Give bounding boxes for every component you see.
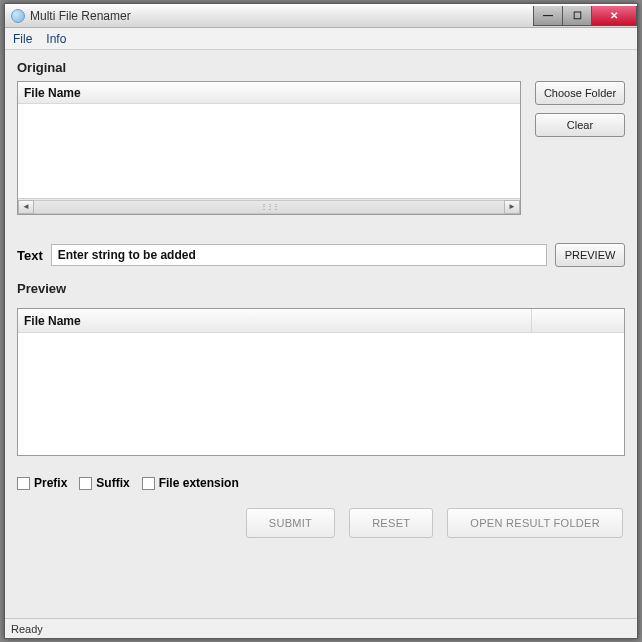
minimize-button[interactable]: — — [533, 6, 563, 26]
menu-file[interactable]: File — [13, 32, 32, 46]
menu-info[interactable]: Info — [46, 32, 66, 46]
submit-button[interactable]: SUBMIT — [246, 508, 335, 538]
original-row: File Name ◄ ⋮⋮⋮ ► Choose Folder Clear — [17, 81, 625, 215]
suffix-label: Suffix — [96, 476, 129, 490]
horizontal-scrollbar[interactable]: ◄ ⋮⋮⋮ ► — [18, 198, 520, 214]
app-window: Multi File Renamer — ☐ ✕ File Info Origi… — [4, 3, 638, 639]
preview-button-wrap: PREVIEW — [555, 243, 625, 267]
status-text: Ready — [11, 623, 43, 635]
preview-listbox[interactable]: File Name — [17, 308, 625, 456]
text-label: Text — [17, 248, 43, 263]
scroll-right-arrow-icon[interactable]: ► — [504, 200, 520, 214]
maximize-icon: ☐ — [573, 10, 582, 21]
suffix-checkbox[interactable] — [79, 477, 92, 490]
prefix-checkbox[interactable] — [17, 477, 30, 490]
app-icon — [11, 9, 25, 23]
original-side-buttons: Choose Folder Clear — [535, 81, 625, 137]
scroll-grip-icon: ⋮⋮⋮ — [260, 202, 278, 211]
preview-header: File Name — [18, 309, 624, 333]
preview-button[interactable]: PREVIEW — [555, 243, 625, 267]
window-controls: — ☐ ✕ — [534, 6, 637, 26]
preview-column-spacer — [532, 309, 624, 332]
original-column-header[interactable]: File Name — [18, 82, 520, 104]
original-label: Original — [17, 60, 66, 75]
close-icon: ✕ — [610, 10, 618, 21]
original-list-body — [18, 104, 520, 198]
scroll-track[interactable]: ⋮⋮⋮ — [34, 200, 504, 214]
menubar: File Info — [5, 28, 637, 50]
prefix-label: Prefix — [34, 476, 67, 490]
statusbar: Ready — [5, 618, 637, 638]
scroll-left-arrow-icon[interactable]: ◄ — [18, 200, 34, 214]
checkbox-row: Prefix Suffix File extension — [17, 476, 625, 490]
file-extension-label: File extension — [159, 476, 239, 490]
reset-button[interactable]: RESET — [349, 508, 433, 538]
text-input[interactable] — [51, 244, 547, 266]
close-button[interactable]: ✕ — [591, 6, 637, 26]
file-extension-checkbox[interactable] — [142, 477, 155, 490]
window-title: Multi File Renamer — [30, 9, 534, 23]
preview-section: Preview File Name — [17, 281, 625, 456]
text-row: Text PREVIEW — [17, 243, 625, 267]
preview-column-header[interactable]: File Name — [18, 309, 532, 332]
original-listbox[interactable]: File Name ◄ ⋮⋮⋮ ► — [17, 81, 521, 215]
preview-label: Preview — [17, 281, 66, 296]
open-result-folder-button[interactable]: OPEN RESULT FOLDER — [447, 508, 623, 538]
titlebar[interactable]: Multi File Renamer — ☐ ✕ — [5, 4, 637, 28]
clear-button[interactable]: Clear — [535, 113, 625, 137]
content-area: Original File Name ◄ ⋮⋮⋮ ► Choose Folder… — [5, 50, 637, 538]
bottom-buttons: SUBMIT RESET OPEN RESULT FOLDER — [17, 508, 625, 538]
maximize-button[interactable]: ☐ — [562, 6, 592, 26]
choose-folder-button[interactable]: Choose Folder — [535, 81, 625, 105]
minimize-icon: — — [543, 10, 553, 21]
